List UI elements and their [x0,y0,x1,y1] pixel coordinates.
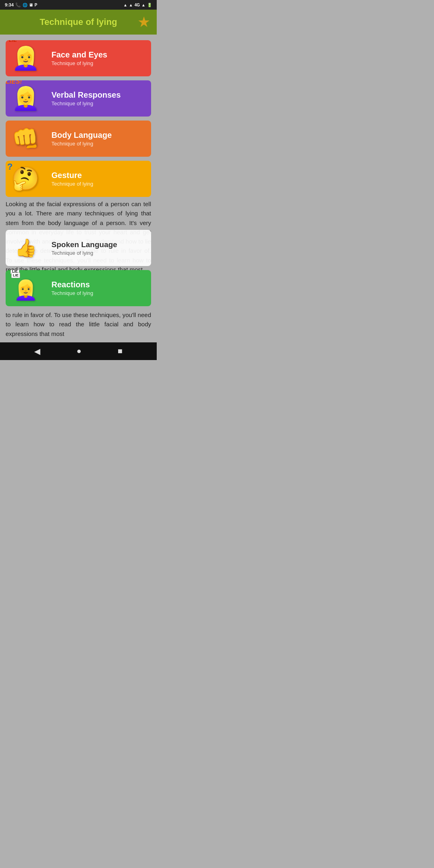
card-spoken-language-title: Spoken Language [51,240,145,249]
status-bar: 9:34 📞 🌐 🖥 P ▲ ▲ 4G ▲ 🔋 [0,0,157,10]
4g-label: 4G [135,3,140,7]
card-body-language[interactable]: 👊 Body Language Technique of lying [6,121,151,157]
card-verbal-responses-title: Verbal Responses [51,90,145,100]
chrome-icon: 🌐 [23,3,27,7]
card-body-language-title: Body Language [51,131,145,140]
card-face-and-eyes[interactable]: 👱‍♀️ Face and Eyes Technique of lying [6,40,151,76]
card-reactions-title: Reactions [51,280,145,289]
card-spoken-language[interactable]: 👍 Spoken Language Technique of lying [6,230,151,266]
gesture-icon: 🤔 [12,168,40,190]
card-gesture-text: Gesture Technique of lying [46,167,151,191]
status-time: 9:34 📞 🌐 🖥 P [5,2,37,8]
card-gesture-subtitle: Technique of lying [51,181,145,187]
wifi-icon: ▲ [123,3,127,7]
signal-icon: ▲ [129,3,133,7]
card-reactions-subtitle: Technique of lying [51,290,145,296]
card-reactions-text: Reactions Technique of lying [46,276,151,300]
reactions-icon: 👱‍♀️ [14,280,38,300]
card-gesture[interactable]: 🤔 ? Gesture Technique of lying [6,161,151,197]
body-text-bottom: to rule in favor of. To use these techni… [6,310,151,338]
card-spoken-language-text: Spoken Language Technique of lying [46,236,151,260]
card-verbal-responses-icon-area: 👱‍♀️ [6,80,46,117]
card-spoken-language-subtitle: Technique of lying [51,250,145,256]
signal2-icon: ▲ [141,3,145,7]
card-face-and-eyes-subtitle: Technique of lying [51,60,145,66]
card-gesture-title: Gesture [51,171,145,180]
card-body-language-text: Body Language Technique of lying [46,127,151,151]
card-verbal-responses-subtitle: Technique of lying [51,100,145,106]
card-face-and-eyes-title: Face and Eyes [51,50,145,59]
card-body-language-subtitle: Technique of lying [51,141,145,147]
card-gesture-icon-area: 🤔 ? [6,161,46,197]
lie-badge: LIE [11,272,20,278]
battery-icon: 🔋 [147,3,152,7]
card-reactions[interactable]: LIE 👱‍♀️ Reactions Technique of lying [6,270,151,306]
card-reactions-icon-area: LIE 👱‍♀️ [6,270,46,306]
nav-bar: ◀ ● ■ [0,342,157,360]
status-icons: ▲ ▲ 4G ▲ 🔋 [123,3,152,7]
app-header: Technique of lying ★ [0,10,157,35]
home-button[interactable]: ● [70,343,88,359]
time-display: 9:34 [5,2,14,7]
cards-list: 👱‍♀️ Face and Eyes Technique of lying 👱‍… [0,35,157,197]
page-title: Technique of lying [40,17,117,27]
face-and-eyes-icon: 👱‍♀️ [12,47,40,70]
card-verbal-responses[interactable]: 👱‍♀️ Verbal Responses Technique of lying [6,80,151,117]
favorite-star-icon[interactable]: ★ [137,15,150,29]
pkt-icon: P [35,3,37,7]
back-button[interactable]: ◀ [28,343,47,359]
screen-icon: 🖥 [29,3,33,7]
recent-button[interactable]: ■ [111,343,129,359]
card-body-language-icon-area: 👊 [6,121,46,157]
card-spoken-language-icon-area: 👍 [6,230,46,266]
card-face-and-eyes-text: Face and Eyes Technique of lying [46,46,151,70]
card-face-and-eyes-icon-area: 👱‍♀️ [6,40,46,76]
card-verbal-responses-text: Verbal Responses Technique of lying [46,86,151,111]
verbal-responses-icon: 👱‍♀️ [12,87,40,110]
spoken-language-icon: 👍 [15,239,37,257]
call-icon: 📞 [15,2,21,8]
body-language-icon: 👊 [12,127,40,150]
